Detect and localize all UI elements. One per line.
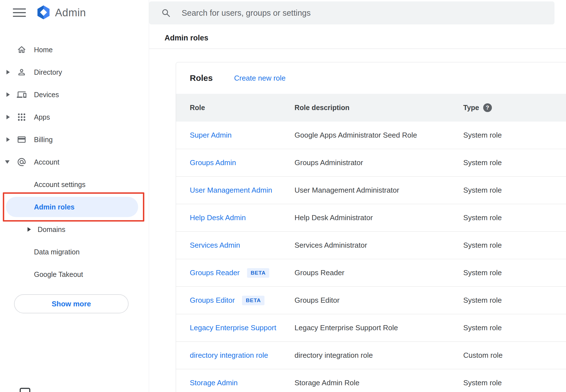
sidebar-item-apps[interactable]: Apps	[0, 106, 149, 128]
sidebar-item-label: Google Takeout	[34, 270, 83, 279]
sidebar-item-label: Devices	[34, 91, 59, 99]
sidebar-item-admin-roles[interactable]: Admin roles	[0, 196, 149, 218]
table-row: User Management Admin User Management Ad…	[176, 177, 566, 204]
table-row: Storage Admin Storage Admin Role System …	[176, 369, 566, 392]
sidebar-item-label: Admin roles	[34, 203, 74, 211]
role-link[interactable]: Storage Admin	[190, 379, 238, 387]
sidebar-item-label: Apps	[34, 113, 50, 121]
role-type: Custom role	[463, 351, 566, 360]
role-type: System role	[463, 213, 566, 222]
role-link[interactable]: Legacy Enterprise Support	[190, 323, 276, 332]
role-type: System role	[463, 379, 566, 387]
sidebar-item-domains[interactable]: Domains	[0, 218, 149, 241]
sidebar-item-label: Directory	[34, 68, 62, 76]
role-description: Groups Administrator	[295, 158, 463, 167]
person-icon	[17, 67, 26, 77]
help-icon[interactable]: ?	[483, 103, 492, 112]
collapse-arrow-icon[interactable]	[5, 160, 10, 164]
column-header-role: Role	[190, 104, 295, 112]
expand-arrow-icon[interactable]	[6, 115, 10, 119]
sidebar-item-data-migration[interactable]: Data migration	[0, 241, 149, 263]
role-link[interactable]: Groups Admin	[190, 158, 236, 167]
role-type: System role	[463, 268, 566, 277]
sidebar-item-account-settings[interactable]: Account settings	[0, 173, 149, 196]
beta-badge: BETA	[247, 268, 270, 278]
column-header-description: Role description	[295, 104, 463, 112]
role-type: System role	[463, 241, 566, 250]
role-description: Groups Editor	[295, 296, 463, 305]
hamburger-menu-icon[interactable]	[13, 8, 26, 17]
divider	[149, 49, 566, 49]
role-description: Legacy Enterprise Support Role	[295, 323, 463, 332]
role-description: Groups Reader	[295, 268, 463, 277]
table-row: Help Desk Admin Help Desk Administrator …	[176, 204, 566, 232]
role-description: directory integration role	[295, 351, 463, 360]
role-description: Help Desk Administrator	[295, 213, 463, 222]
table-header-row: Role Role description Type ?	[176, 94, 566, 122]
sidebar-item-google-takeout[interactable]: Google Takeout	[0, 263, 149, 286]
expand-arrow-icon[interactable]	[6, 137, 10, 142]
sidebar-item-label: Home	[34, 46, 53, 54]
role-type: System role	[463, 296, 566, 305]
sidebar-item-billing[interactable]: Billing	[0, 128, 149, 151]
home-icon	[17, 45, 26, 54]
role-link[interactable]: Super Admin	[190, 131, 232, 140]
product-title: Admin	[55, 7, 86, 19]
role-description: Services Administrator	[295, 241, 463, 250]
sidebar-item-home[interactable]: Home	[0, 38, 149, 61]
table-row: directory integration role directory int…	[176, 342, 566, 369]
sidebar: Admin Home Directory D	[0, 0, 149, 392]
card-title: Roles	[190, 73, 213, 83]
role-type: System role	[463, 131, 566, 140]
table-row: Groups Reader BETA Groups Reader System …	[176, 259, 566, 287]
table-row: Legacy Enterprise Support Legacy Enterpr…	[176, 314, 566, 342]
role-link[interactable]: Groups Editor	[190, 296, 235, 305]
role-link[interactable]: Groups Reader	[190, 268, 240, 277]
table-row: Groups Admin Groups Administrator System…	[176, 149, 566, 177]
role-type: System role	[463, 158, 566, 167]
search-input[interactable]	[182, 1, 541, 24]
role-link[interactable]: Help Desk Admin	[190, 213, 246, 222]
role-description: Storage Admin Role	[295, 379, 463, 387]
admin-console-page: Admin Home Directory D	[0, 0, 566, 392]
role-link[interactable]: User Management Admin	[190, 186, 272, 195]
create-new-role-link[interactable]: Create new role	[234, 74, 286, 83]
role-description: User Management Administrator	[295, 186, 463, 195]
role-description: Google Apps Administrator Seed Role	[295, 131, 463, 140]
role-type: System role	[463, 186, 566, 195]
search-icon	[161, 8, 171, 18]
sidebar-header: Admin	[0, 0, 149, 26]
sidebar-nav: Home Directory Devices	[0, 38, 149, 286]
sidebar-item-label: Billing	[34, 136, 53, 144]
breadcrumb: Admin roles	[165, 34, 208, 42]
at-sign-icon	[17, 157, 26, 167]
roles-card-header: Roles Create new role	[176, 62, 566, 94]
table-row: Groups Editor BETA Groups Editor System …	[176, 287, 566, 314]
role-link[interactable]: directory integration role	[190, 351, 268, 360]
search-bar[interactable]	[149, 1, 554, 24]
roles-card: Roles Create new role Role Role descript…	[176, 62, 566, 392]
sidebar-item-directory[interactable]: Directory	[0, 61, 149, 83]
role-type: System role	[463, 323, 566, 332]
beta-badge: BETA	[242, 296, 264, 305]
apps-grid-icon	[17, 112, 26, 122]
sidebar-item-label: Account settings	[34, 181, 85, 189]
credit-card-icon	[17, 135, 26, 144]
table-row: Services Admin Services Administrator Sy…	[176, 232, 566, 259]
sidebar-item-devices[interactable]: Devices	[0, 83, 149, 106]
sidebar-item-label: Account	[34, 158, 59, 166]
table-row: Super Admin Google Apps Administrator Se…	[176, 122, 566, 149]
google-admin-logo-icon	[36, 4, 51, 20]
sidebar-item-label: Domains	[38, 225, 65, 234]
expand-arrow-icon[interactable]	[6, 92, 10, 97]
role-link[interactable]: Services Admin	[190, 241, 240, 250]
expand-arrow-icon[interactable]	[6, 70, 10, 74]
support-icon[interactable]	[20, 388, 30, 392]
main-content: Admin roles Roles Create new role Role R…	[149, 0, 566, 392]
column-header-type: Type ?	[463, 103, 566, 112]
expand-arrow-icon[interactable]	[28, 227, 31, 232]
sidebar-item-label: Data migration	[34, 248, 80, 256]
show-more-button[interactable]: Show more	[14, 294, 129, 313]
sidebar-item-account[interactable]: Account	[0, 151, 149, 173]
devices-icon	[17, 90, 26, 99]
